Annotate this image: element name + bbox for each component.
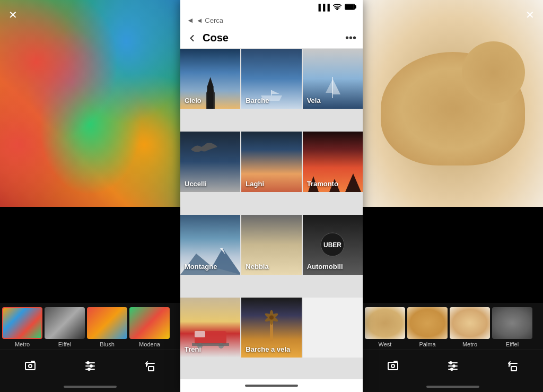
- category-treni-label: Treni: [185, 345, 201, 353]
- status-bar: ▐▐▐: [180, 0, 363, 15]
- thumb-eiffel[interactable]: Eiffel: [45, 307, 85, 347]
- sliders-icon: [84, 360, 97, 372]
- left-adjust-button[interactable]: [84, 360, 97, 372]
- category-barche-a-vela-label: Barche a vela: [246, 345, 290, 353]
- thumb-eiffel-img: [45, 307, 85, 339]
- right-thumb-west-img: [365, 307, 405, 339]
- cerca-bar: ◄ ◄ Cerca: [180, 15, 363, 28]
- right-thumb-eiffel[interactable]: Eiffel: [492, 307, 532, 347]
- category-vela[interactable]: Vela: [303, 49, 363, 109]
- right-main-image: [363, 0, 543, 207]
- svg-point-8: [90, 365, 92, 367]
- category-laghi[interactable]: Laghi: [241, 132, 301, 191]
- thumb-modena-img: [129, 307, 170, 339]
- thumb-modena-label: Modena: [139, 341, 160, 347]
- svg-point-42: [391, 364, 395, 368]
- category-nebbia[interactable]: Nebbia: [241, 215, 301, 275]
- category-montagne-label: Montagne: [185, 263, 217, 271]
- center-panel: ▐▐▐ ◄ ◄ Cerca Cose •••: [180, 0, 363, 392]
- category-empty: [303, 298, 363, 358]
- add-photo-icon: [24, 360, 37, 372]
- category-laghi-label: Laghi: [246, 180, 264, 188]
- svg-rect-16: [208, 95, 213, 100]
- right-add-photo-icon: [387, 360, 399, 372]
- category-barche[interactable]: Barche: [241, 49, 301, 109]
- battery-icon: [345, 4, 356, 12]
- right-home-bar: [426, 386, 479, 388]
- right-thumb-eiffel-img: [492, 307, 532, 339]
- right-thumb-metro-label: Metro: [462, 341, 477, 347]
- right-adjust-button[interactable]: [446, 360, 459, 372]
- left-home-bar: [64, 386, 117, 388]
- right-thumb-metro-img: [450, 307, 490, 339]
- left-add-photo-button[interactable]: [24, 360, 37, 372]
- thumb-eiffel-label: Eiffel: [58, 341, 71, 347]
- left-home-indicator: [0, 381, 180, 392]
- header-back-button[interactable]: [187, 33, 197, 43]
- category-barche-a-vela[interactable]: Barche a vela: [241, 298, 301, 358]
- category-tramonto-label: Tramonto: [307, 180, 338, 188]
- svg-rect-13: [355, 5, 356, 8]
- right-toolbar: [363, 350, 543, 381]
- thumb-metro[interactable]: Metro: [2, 307, 42, 347]
- left-black-space: [0, 207, 180, 303]
- svg-marker-19: [272, 90, 279, 94]
- categories-grid: Cielo Barche Vela Uccelli: [180, 49, 363, 379]
- right-add-photo-button[interactable]: [387, 360, 399, 372]
- category-treni[interactable]: Treni: [180, 298, 240, 358]
- category-tramonto[interactable]: Tramonto: [303, 132, 363, 191]
- svg-rect-32: [195, 331, 205, 337]
- left-toolbar: [0, 350, 180, 381]
- svg-point-40: [269, 316, 274, 320]
- right-thumb-eiffel-label: Eiffel: [506, 341, 519, 347]
- svg-point-7: [87, 362, 89, 364]
- svg-point-49: [453, 365, 455, 367]
- thumb-blush[interactable]: Blush: [87, 307, 127, 347]
- left-main-image: [0, 0, 180, 207]
- right-thumb-metro[interactable]: Metro: [450, 307, 490, 347]
- right-rotate-icon: [506, 360, 519, 372]
- lego-image: [0, 0, 180, 207]
- category-automobili[interactable]: UBER Automobili: [303, 215, 363, 275]
- svg-text:UBER: UBER: [323, 241, 341, 249]
- svg-rect-10: [148, 367, 154, 371]
- category-cielo[interactable]: Cielo: [180, 49, 240, 109]
- left-rotate-button[interactable]: [144, 360, 156, 372]
- category-vela-label: Vela: [307, 97, 321, 104]
- center-header: Cose •••: [180, 28, 363, 49]
- category-barche-label: Barche: [246, 97, 269, 104]
- left-thumbnail-strip: Metro Eiffel Blush Modena: [0, 303, 180, 350]
- category-automobili-label: Automobili: [307, 263, 343, 271]
- rotate-icon: [144, 360, 156, 372]
- svg-point-11: [337, 8, 338, 10]
- right-thumb-palma[interactable]: Palma: [407, 307, 448, 347]
- thumb-metro-img: [2, 307, 42, 339]
- right-thumbnail-strip: West Palma Metro Eiffel: [363, 303, 543, 350]
- cat-head: [462, 41, 525, 103]
- signal-icon: ▐▐▐: [316, 4, 330, 11]
- right-thumb-west[interactable]: West: [365, 307, 405, 347]
- right-sliders-icon: [446, 360, 459, 372]
- right-rotate-button[interactable]: [506, 360, 519, 372]
- cat-image: [363, 0, 543, 207]
- category-uccelli[interactable]: Uccelli: [180, 132, 240, 191]
- right-home-indicator: [363, 381, 543, 392]
- svg-rect-14: [346, 4, 354, 8]
- left-panel: ✕ Metro Eiffel Blush Modena: [0, 0, 180, 392]
- cerca-label: ◄ Cerca: [196, 16, 223, 24]
- right-close-button[interactable]: ✕: [526, 8, 535, 21]
- right-panel: ✕ West Palma Metro Eiffel: [363, 0, 543, 392]
- center-home-bar: [245, 385, 298, 387]
- svg-rect-0: [25, 362, 35, 370]
- thumb-modena[interactable]: Modena: [129, 307, 170, 347]
- more-options-button[interactable]: •••: [345, 32, 356, 44]
- left-close-button[interactable]: ✕: [8, 8, 17, 21]
- svg-point-50: [451, 368, 453, 370]
- right-black-space: [363, 207, 543, 303]
- category-uccelli-label: Uccelli: [185, 180, 207, 188]
- cerca-back-text[interactable]: ◄: [187, 16, 194, 24]
- category-montagne[interactable]: Montagne: [180, 215, 240, 275]
- category-cielo-label: Cielo: [185, 97, 202, 104]
- right-thumb-west-label: West: [379, 341, 392, 347]
- thumb-metro-label: Metro: [15, 341, 30, 347]
